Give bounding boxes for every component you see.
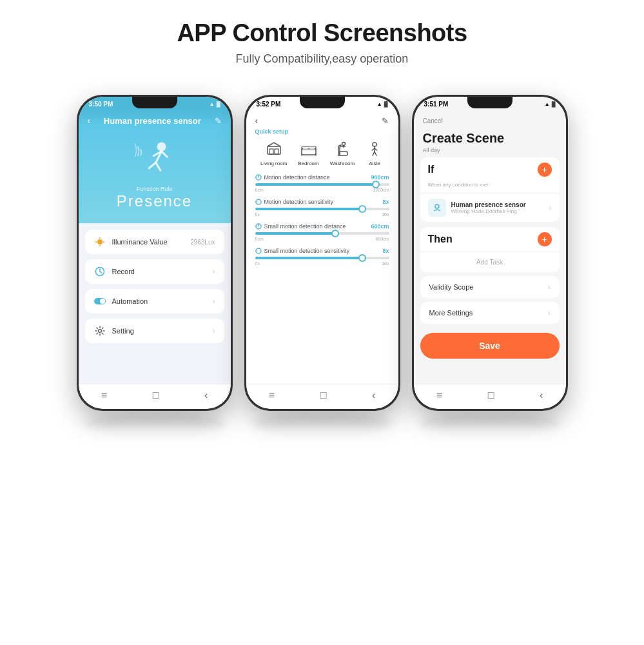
home-icon-p2[interactable]: □ bbox=[320, 390, 327, 401]
menu-icon[interactable]: ≡ bbox=[101, 390, 107, 401]
bedroom-label: Bedroom bbox=[298, 161, 318, 166]
room-aisle[interactable]: Aisle bbox=[366, 140, 384, 166]
automation-row[interactable]: Automation › bbox=[85, 289, 224, 313]
home-icon-p3[interactable]: □ bbox=[488, 390, 494, 401]
small-motion-icon bbox=[255, 223, 262, 230]
phone3-bottom-nav: ≡ □ ‹ bbox=[414, 384, 566, 409]
room-bedroom[interactable]: Bedroom bbox=[298, 140, 318, 166]
aisle-label: Aisle bbox=[369, 161, 380, 166]
motion-sensitivity-slider[interactable] bbox=[255, 208, 389, 210]
function-rule-label: Function Rule bbox=[137, 186, 173, 192]
slider-min-2: 0cm bbox=[255, 237, 264, 241]
slider-min-3: 0x bbox=[255, 261, 260, 266]
slider-max-2: 600cm bbox=[375, 237, 389, 241]
room-living[interactable]: Living room bbox=[260, 140, 287, 166]
setting-motion-distance: Motion detection distance 900cm 0cm 1000… bbox=[255, 174, 389, 192]
toggle-icon bbox=[94, 295, 106, 307]
phone3-content: Create Scene All day If + When any condi… bbox=[414, 128, 566, 384]
setting-row[interactable]: Setting › bbox=[85, 319, 224, 343]
phone1-time: 3:50 PM bbox=[89, 101, 113, 108]
svg-line-2 bbox=[149, 163, 156, 168]
slider-max-1: 10x bbox=[382, 212, 389, 217]
svg-point-41 bbox=[256, 248, 261, 253]
phone2-content: Quick setup Livin bbox=[246, 128, 398, 384]
room-washroom[interactable]: Washroom bbox=[330, 140, 355, 166]
battery-icon: ▓ bbox=[217, 101, 220, 107]
small-sensitivity-slider[interactable] bbox=[255, 257, 389, 259]
svg-point-42 bbox=[435, 204, 439, 208]
back-nav-icon[interactable]: ‹ bbox=[204, 390, 208, 401]
phone1-status-icons: ▲ ▓ bbox=[210, 101, 220, 107]
then-plus-button[interactable]: + bbox=[538, 232, 552, 246]
phone2-bottom-nav: ≡ □ ‹ bbox=[246, 384, 398, 409]
small-distance-label: Small motion detection distance bbox=[255, 223, 346, 230]
if-plus-button[interactable]: + bbox=[538, 163, 552, 177]
home-icon[interactable]: □ bbox=[153, 390, 159, 401]
phone2-reflection bbox=[251, 414, 393, 433]
phone2-notch bbox=[300, 97, 345, 108]
phone1-screen-title: Human presence sensor bbox=[90, 116, 214, 126]
presence-icon bbox=[132, 135, 177, 181]
small-sensitivity-value: 8x bbox=[382, 248, 389, 254]
phone1-bottom-nav: ≡ □ ‹ bbox=[79, 384, 231, 409]
setting-motion-sensitivity: Motion detection sensitivity 8x 0x 10x bbox=[255, 199, 389, 217]
if-section: If + When any condition is met · bbox=[420, 157, 560, 222]
menu-icon-p2[interactable]: ≡ bbox=[269, 390, 275, 401]
validity-scope-label: Validity Scope bbox=[429, 283, 474, 291]
phone1-screen: 3:50 PM ▲ ▓ ‹ Human presence sensor ✎ bbox=[79, 97, 231, 409]
small-sensitivity-label: Small motion detection sensitivity bbox=[255, 248, 350, 254]
validity-chevron: › bbox=[548, 283, 551, 292]
if-section-header: If + bbox=[420, 157, 560, 182]
phone1-list: Illuminance Value 2963Lux bbox=[79, 223, 231, 384]
device-status: Working Mode:Doorbell Ring bbox=[451, 208, 549, 214]
motion-sensitivity-label: Motion detection sensitivity bbox=[255, 199, 334, 205]
motion-icon bbox=[255, 174, 262, 181]
automation-left: Automation bbox=[94, 295, 148, 307]
phone2-status-icons: ▲ ▓ bbox=[377, 101, 388, 107]
svg-rect-22 bbox=[303, 148, 308, 150]
svg-point-27 bbox=[342, 143, 345, 146]
small-distance-slider[interactable] bbox=[255, 232, 389, 235]
save-button[interactable]: Save bbox=[420, 333, 560, 359]
illuminance-value: 2963Lux bbox=[190, 239, 215, 246]
device-row[interactable]: Human presence sensor Working Mode:Doorb… bbox=[420, 193, 560, 222]
add-task-btn[interactable]: Add Task bbox=[420, 252, 560, 272]
record-row[interactable]: Record › bbox=[85, 259, 224, 284]
edit-icon-p2[interactable]: ✎ bbox=[382, 116, 389, 126]
device-name: Human presence sensor bbox=[451, 201, 549, 208]
validity-row[interactable]: Validity Scope › bbox=[420, 276, 560, 298]
record-label: Record bbox=[112, 268, 135, 275]
automation-label: Automation bbox=[112, 297, 148, 305]
svg-point-0 bbox=[157, 143, 166, 152]
phone3-wrapper: 3:51 PM ▲ ▓ Cancel Create Scene All day bbox=[412, 95, 568, 433]
svg-rect-26 bbox=[340, 152, 347, 155]
setting-label: Setting bbox=[112, 327, 134, 335]
if-label: If bbox=[428, 164, 434, 175]
motion-distance-slider[interactable] bbox=[255, 183, 389, 186]
record-chevron: › bbox=[213, 267, 215, 276]
page-subtitle: Fully Compatibility,easy operation bbox=[177, 52, 467, 66]
illuminance-row[interactable]: Illuminance Value 2963Lux bbox=[85, 230, 224, 254]
setting-small-distance: Small motion detection distance 600cm 0c… bbox=[255, 223, 389, 241]
edit-icon[interactable]: ✎ bbox=[215, 116, 222, 126]
phone2-header: ‹ ✎ bbox=[246, 110, 398, 128]
page-container: APP Control Screenshots Fully Compatibil… bbox=[0, 0, 644, 645]
phone1-wrapper: 3:50 PM ▲ ▓ ‹ Human presence sensor ✎ bbox=[77, 95, 233, 433]
illuminance-label: Illuminance Value bbox=[112, 238, 168, 246]
svg-line-34 bbox=[373, 152, 375, 155]
phone3-status-icons: ▲ ▓ bbox=[545, 101, 556, 107]
cancel-link[interactable]: Cancel bbox=[423, 117, 443, 124]
presence-text: Presence bbox=[117, 192, 192, 210]
washroom-label: Washroom bbox=[330, 161, 355, 166]
svg-line-35 bbox=[375, 152, 376, 155]
more-settings-row[interactable]: More Settings › bbox=[420, 302, 560, 324]
back-nav-icon-p3[interactable]: ‹ bbox=[540, 390, 543, 401]
sensor-icon bbox=[431, 202, 443, 213]
back-nav-icon-p2[interactable]: ‹ bbox=[372, 390, 375, 401]
menu-icon-p3[interactable]: ≡ bbox=[436, 390, 442, 401]
back-icon-p2[interactable]: ‹ bbox=[255, 115, 259, 126]
condition-sub: When any condition is met · bbox=[420, 182, 560, 193]
gear-icon bbox=[94, 325, 106, 337]
svg-point-6 bbox=[97, 239, 102, 244]
battery-icon-p2: ▓ bbox=[384, 101, 388, 107]
